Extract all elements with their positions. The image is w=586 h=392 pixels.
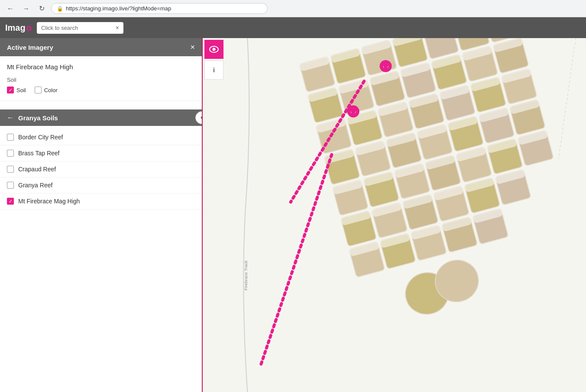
soil-section-label: Soil [7,77,195,83]
lock-icon: 🔒 [57,6,63,12]
granya-section-title: Granya Soils [18,114,58,122]
imagery-content: Mt Firebrace Mag High Soil Soil Color [0,56,202,101]
imagery-layer-title: Mt Firebrace Mag High [7,63,195,71]
active-imagery-title: Active Imagery [7,44,53,51]
address-bar[interactable]: 🔒 https://staging.imago.live/?lightMode=… [51,3,268,14]
brass-tap-reef-name: Brass Tap Reef [18,150,59,157]
reef-list: Border City Reef Brass Tap Reef Crapaud … [0,126,202,213]
logo-dot: o [26,23,32,33]
mt-firebrace-reef-name: Mt Firebrace Mag High [18,198,80,205]
refresh-button[interactable]: ↻ [36,3,48,15]
color-checkbox-unchecked [35,87,42,93]
main-content: Active Imagery × Mt Firebrace Mag High S… [0,38,586,392]
map-side-buttons: i [203,38,225,81]
active-imagery-close-button[interactable]: × [190,43,195,51]
reef-item-brass-tap[interactable]: Brass Tap Reef [0,145,202,161]
search-placeholder-text: Click to search [41,25,113,31]
reef-item-granya[interactable]: Granya Reef [0,177,202,193]
color-checkbox-item[interactable]: Color [35,87,58,93]
mt-firebrace-checkbox [7,198,14,205]
soil-checkbox-checked [7,87,14,93]
back-button[interactable]: ← [4,3,16,15]
granya-header: ← Granya Soils ▾ [0,109,202,126]
soil-checkbox-label: Soil [16,87,26,93]
border-city-reef-name: Border City Reef [18,134,63,141]
crapaud-checkbox [7,166,14,173]
map-svg: Firebrace Track [203,38,586,392]
granya-section: ← Granya Soils ▾ Border City Reef Brass … [0,109,202,213]
browser-chrome: ← → ↻ 🔒 https://staging.imago.live/?ligh… [0,0,586,17]
map-area[interactable]: i Firebrace Track [203,38,586,392]
forward-button[interactable]: → [20,3,32,15]
url-text: https://staging.imago.live/?lightMode=ma… [66,5,171,12]
app-logo: Imago [5,23,32,33]
svg-line-98 [260,154,332,366]
soil-checkbox-item[interactable]: Soil [7,87,26,93]
left-panel: Active Imagery × Mt Firebrace Mag High S… [0,38,203,392]
color-checkbox-label: Color [44,87,58,93]
crapaud-reef-name: Crapaud Reef [18,166,56,173]
map-marker-1 [380,60,392,72]
active-imagery-header: Active Imagery × [0,38,202,56]
granya-checkbox [7,182,14,189]
map-marker-2 [347,106,359,118]
track-label: Firebrace Track [243,260,248,290]
svg-line-2 [559,38,576,159]
back-arrow-button[interactable]: ← [7,114,14,122]
search-box[interactable]: Click to search × [37,22,123,34]
border-city-checkbox [7,134,14,141]
brass-tap-checkbox [7,150,14,157]
eye-button[interactable] [204,40,223,59]
reef-item-crapaud[interactable]: Crapaud Reef [0,161,202,177]
collapse-button[interactable]: ▾ [195,111,203,124]
reef-item-mt-firebrace[interactable]: Mt Firebrace Mag High [0,193,202,209]
app-header: Imago Click to search × [0,17,586,38]
info-icon: i [213,67,215,74]
info-button[interactable]: i [204,61,223,80]
logo-text: Imag [5,23,26,33]
soil-checkbox-row: Soil Color [7,87,195,93]
reef-item-border-city[interactable]: Border City Reef [0,129,202,145]
svg-point-1 [213,48,216,51]
granya-reef-name: Granya Reef [18,182,52,189]
search-close-button[interactable]: × [116,25,119,31]
